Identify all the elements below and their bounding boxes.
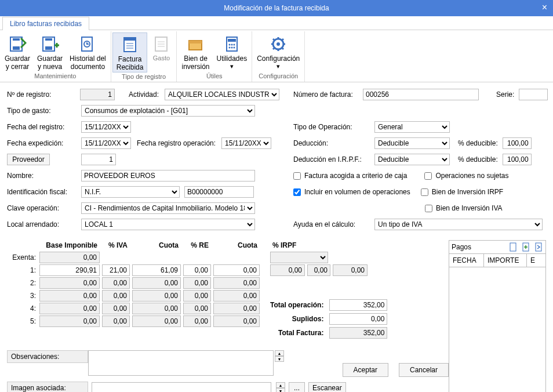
svg-point-26 bbox=[233, 47, 235, 49]
cancelar-button[interactable]: Cancelar bbox=[399, 363, 449, 377]
r1-re[interactable] bbox=[183, 264, 211, 276]
forward-page-icon[interactable] bbox=[534, 242, 543, 252]
r3-base[interactable] bbox=[39, 290, 100, 302]
r4-cuotare[interactable] bbox=[213, 303, 260, 314]
observaciones-input[interactable] bbox=[88, 350, 274, 376]
r5-cuota[interactable] bbox=[132, 315, 181, 327]
irpf-select[interactable] bbox=[270, 252, 328, 263]
r3-cuotare[interactable] bbox=[213, 290, 260, 302]
imagen-asociada-input[interactable] bbox=[92, 382, 271, 392]
pagos-panel: Pagos FECHA IMPORTE E bbox=[449, 240, 546, 392]
r5-iva[interactable] bbox=[102, 315, 130, 327]
numero-factura-input[interactable] bbox=[363, 89, 479, 100]
local-arrendado-select[interactable]: LOCAL 1 bbox=[81, 219, 255, 230]
gasto-button[interactable]: Gasto bbox=[147, 32, 175, 72]
group-label-utiles: Útiles bbox=[178, 72, 250, 81]
pct-deducible-1-input[interactable] bbox=[503, 137, 532, 149]
label-deduccion: Deducción: bbox=[293, 139, 374, 147]
ident-fiscal-tipo-select[interactable]: N.I.F. bbox=[81, 186, 180, 198]
label-factura-caja: Factura acogida a criterio de caja bbox=[304, 172, 407, 180]
r2-cuotare[interactable] bbox=[213, 277, 260, 289]
r1-cuota[interactable] bbox=[132, 264, 181, 276]
r1-iva[interactable] bbox=[102, 264, 130, 276]
tipo-gasto-select[interactable]: Consumos de explotación - [G01] bbox=[81, 105, 255, 117]
deduccion-irpf-select[interactable]: Deducible bbox=[374, 154, 450, 165]
aceptar-button[interactable]: Aceptar bbox=[343, 363, 388, 377]
img-down[interactable]: ▼ bbox=[276, 388, 285, 392]
chk-factura-caja[interactable] bbox=[293, 172, 301, 180]
r1-cuotare[interactable] bbox=[213, 264, 260, 276]
r2-re[interactable] bbox=[183, 277, 211, 289]
r3-re[interactable] bbox=[183, 290, 211, 302]
pagos-col-e: E bbox=[527, 254, 545, 267]
browse-button[interactable]: ... bbox=[289, 382, 305, 392]
r4-base[interactable] bbox=[39, 303, 100, 314]
guardar-y-nueva-button[interactable]: Guardary nueva bbox=[34, 32, 66, 72]
r3-cuota[interactable] bbox=[132, 290, 181, 302]
calculator-icon bbox=[223, 35, 241, 53]
label-ayuda-calculo: Ayuda en el cálculo: bbox=[293, 220, 374, 228]
label-bien-inv-iva: Bien de Inversión IVA bbox=[436, 204, 503, 212]
chk-oper-no-sujetas[interactable] bbox=[424, 172, 432, 180]
irpf-base[interactable] bbox=[270, 264, 305, 276]
irpf-cuota[interactable] bbox=[333, 264, 368, 276]
utilidades-button[interactable]: Utilidades▾ bbox=[213, 32, 251, 72]
configuracion-button[interactable]: Configuración▾ bbox=[253, 32, 303, 72]
chk-incluir-volumen[interactable] bbox=[293, 188, 301, 196]
ident-fiscal-num-input[interactable] bbox=[184, 186, 254, 198]
fecha-registro-input[interactable]: 15/11/20XX bbox=[81, 121, 131, 133]
label-nombre: Nombre: bbox=[7, 172, 81, 180]
close-icon[interactable]: × bbox=[542, 2, 547, 13]
irpf-pct[interactable] bbox=[307, 264, 330, 276]
ayuda-calculo-select[interactable]: Un tipo de IVA bbox=[374, 219, 543, 230]
label-total-operacion: Total operación: bbox=[270, 301, 323, 309]
nombre-input[interactable] bbox=[81, 170, 255, 182]
r5-cuotare[interactable] bbox=[213, 315, 260, 327]
obs-down[interactable]: ▼ bbox=[275, 356, 284, 362]
proveedor-button[interactable]: Proveedor bbox=[7, 154, 50, 165]
gear-icon bbox=[269, 35, 288, 53]
img-up[interactable]: ▲ bbox=[276, 382, 285, 388]
label-fecha-expedicion: Fecha expedición: bbox=[7, 139, 81, 147]
r4-cuota[interactable] bbox=[132, 303, 181, 314]
tipo-operacion-select[interactable]: General bbox=[374, 121, 450, 133]
r3-iva[interactable] bbox=[102, 290, 130, 302]
serie-input[interactable] bbox=[519, 89, 548, 100]
suplidos[interactable] bbox=[329, 313, 387, 325]
expense-icon bbox=[152, 35, 170, 53]
hdr-pct-re: % RE bbox=[183, 240, 211, 251]
total-operacion[interactable] bbox=[329, 299, 387, 311]
guardar-y-cerrar-button[interactable]: Guardary cerrar bbox=[1, 32, 34, 72]
bien-inversion-button[interactable]: Bien deinversión bbox=[178, 32, 213, 72]
obs-up[interactable]: ▲ bbox=[275, 350, 284, 356]
exenta-input[interactable] bbox=[39, 252, 100, 263]
clave-operacion-select[interactable]: CI - Rendimientos de Capital Inmobiliari… bbox=[81, 202, 255, 214]
r1-base[interactable] bbox=[39, 264, 100, 276]
n-registro-input[interactable] bbox=[80, 89, 115, 100]
factura-recibida-button[interactable]: FacturaRecibida bbox=[112, 32, 148, 72]
new-page-icon[interactable] bbox=[508, 242, 518, 252]
svg-point-22 bbox=[231, 44, 232, 46]
pct-deducible-2-input[interactable] bbox=[503, 154, 532, 165]
label-tipo-operacion: Tipo de Operación: bbox=[293, 123, 374, 131]
tab-libro-recibidas[interactable]: Libro facturas recibidas bbox=[2, 17, 89, 30]
r2-base[interactable] bbox=[39, 277, 100, 289]
label-total-factura: Total Factura: bbox=[278, 329, 323, 337]
chk-bien-inv-irpf[interactable] bbox=[421, 188, 428, 196]
fecha-expedicion-input[interactable]: 15/11/20XX bbox=[81, 137, 131, 149]
escanear-button[interactable]: Escanear bbox=[308, 382, 346, 392]
svg-rect-18 bbox=[189, 41, 202, 43]
chk-bien-inv-iva[interactable] bbox=[425, 205, 432, 212]
r2-iva[interactable] bbox=[102, 277, 130, 289]
add-page-icon[interactable] bbox=[521, 242, 530, 252]
fecha-reg-oper-input[interactable]: 15/11/20XX bbox=[221, 137, 271, 149]
r5-base[interactable] bbox=[39, 315, 100, 327]
r4-re[interactable] bbox=[183, 303, 211, 314]
r2-cuota[interactable] bbox=[132, 277, 181, 289]
r5-re[interactable] bbox=[183, 315, 211, 327]
deduccion-select[interactable]: Deducible bbox=[374, 137, 450, 149]
actividad-select[interactable]: ALQUILER LOCALES INDUSTRIALES bbox=[165, 89, 279, 100]
proveedor-input[interactable] bbox=[81, 154, 116, 165]
r4-iva[interactable] bbox=[102, 303, 130, 314]
historial-documento-button[interactable]: Historial deldocumento bbox=[66, 32, 110, 72]
